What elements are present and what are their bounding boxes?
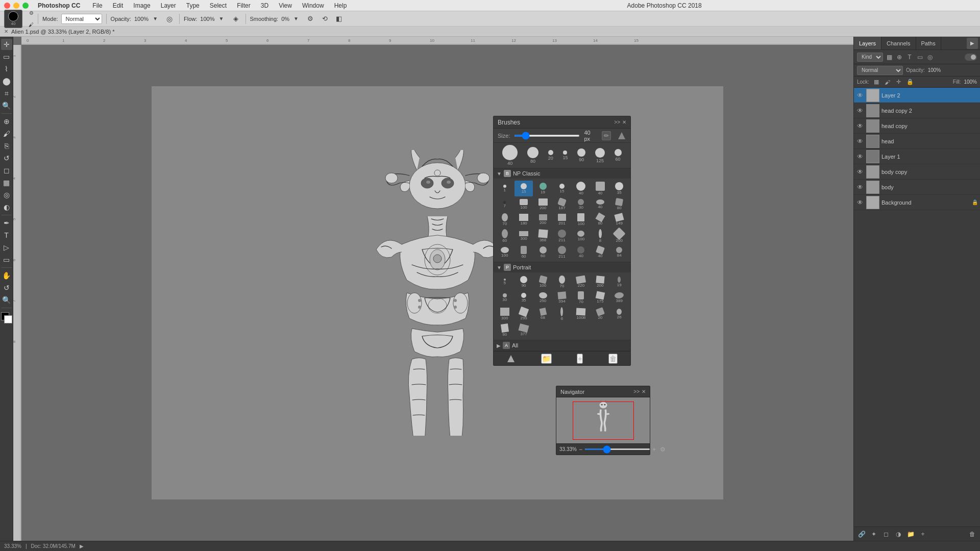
brush-preview-60[interactable]: 60 bbox=[615, 149, 622, 162]
filter-pixel-btn[interactable]: ▩ bbox=[885, 53, 893, 61]
brush-cell[interactable]: 5 bbox=[496, 274, 513, 289]
layer-eye-icon[interactable]: 👁 bbox=[856, 198, 864, 207]
minimize-button[interactable] bbox=[13, 3, 19, 9]
lock-pixel-btn[interactable]: 🖌 bbox=[884, 79, 892, 86]
navigator-menu-btn[interactable]: >> bbox=[633, 389, 640, 394]
menu-help[interactable]: Help bbox=[330, 2, 351, 9]
layer-item-background[interactable]: 👁 Background 🔒 bbox=[854, 195, 980, 210]
background-color[interactable] bbox=[4, 315, 12, 323]
pressure-btn[interactable]: ◧ bbox=[333, 13, 345, 24]
filter-type-btn[interactable]: T bbox=[905, 53, 914, 61]
eyedropper-tool[interactable]: 🔍 bbox=[1, 100, 12, 111]
brush-cell[interactable]: 250 bbox=[534, 290, 552, 305]
layer-eye-icon[interactable]: 👁 bbox=[856, 91, 864, 99]
layer-eye-icon[interactable]: 👁 bbox=[856, 122, 864, 130]
brush-cell[interactable]: 100 bbox=[534, 274, 552, 289]
layer-eye-icon[interactable]: 👁 bbox=[856, 107, 864, 115]
brush-preset-picker[interactable]: ⚙ bbox=[26, 7, 37, 18]
pen-tool[interactable]: ✒ bbox=[1, 217, 12, 229]
np-classic-header[interactable]: ▼ B NP Classic bbox=[494, 168, 630, 179]
brush-cell[interactable]: 394 bbox=[553, 290, 571, 305]
brush-cell[interactable]: 200 bbox=[534, 197, 552, 211]
brush-cell[interactable]: 1008 bbox=[572, 306, 590, 322]
mode-select[interactable]: Normal bbox=[61, 14, 102, 24]
brush-cell[interactable]: 200 bbox=[534, 212, 552, 227]
new-layer-btn[interactable]: + bbox=[918, 530, 927, 539]
delete-layer-btn[interactable]: 🗑 bbox=[968, 530, 977, 539]
brush-cell[interactable]: 68 bbox=[534, 306, 552, 322]
layer-eye-icon[interactable]: 👁 bbox=[856, 168, 864, 176]
brush-cell[interactable]: 40 bbox=[572, 181, 590, 196]
brush-cell[interactable]: 19 bbox=[534, 181, 552, 196]
brush-cell[interactable]: 15 bbox=[553, 181, 571, 196]
delete-brush-btn[interactable]: 🗑 bbox=[608, 354, 618, 364]
smoothing-picker[interactable]: ▼ bbox=[290, 13, 302, 24]
flow-icon[interactable]: ◈ bbox=[230, 13, 241, 24]
portrait-header[interactable]: ▼ P Portrait bbox=[494, 262, 630, 272]
zoom-tool[interactable]: 🔍 bbox=[1, 294, 12, 306]
brush-cell[interactable]: 7 bbox=[496, 197, 513, 211]
navigator-close-btn[interactable]: ✕ bbox=[642, 389, 646, 394]
brush-cell[interactable]: 60 bbox=[534, 245, 552, 260]
layer-item-headcopy[interactable]: 👁 head copy bbox=[854, 118, 980, 134]
brush-cell[interactable]: 60 bbox=[514, 245, 532, 260]
brush-preview-40[interactable]: 40 bbox=[502, 145, 518, 166]
brush-cell[interactable]: 299 bbox=[514, 306, 532, 322]
brush-cell[interactable]: 60 bbox=[496, 228, 513, 244]
brush-cell[interactable]: 300 bbox=[514, 228, 532, 244]
brush-cell[interactable]: 80 bbox=[610, 197, 628, 211]
brush-cell[interactable]: 80 bbox=[591, 212, 609, 227]
brush-tool[interactable]: 🖌 bbox=[1, 128, 12, 139]
brush-cell[interactable]: 100 bbox=[514, 197, 532, 211]
brush-cell[interactable]: 6 bbox=[553, 306, 571, 322]
brush-preview-15[interactable]: 15 bbox=[562, 151, 568, 160]
brush-cell[interactable]: 40 bbox=[591, 245, 609, 260]
lock-all-btn[interactable]: 🔒 bbox=[906, 79, 914, 86]
brush-cell[interactable]: 211 bbox=[553, 245, 571, 260]
menu-select[interactable]: Select bbox=[206, 2, 231, 9]
menu-file[interactable]: File bbox=[88, 2, 106, 9]
marquee-tool[interactable]: ▭ bbox=[1, 51, 12, 62]
menu-image[interactable]: Image bbox=[129, 2, 154, 9]
brushes-close-btn[interactable]: ✕ bbox=[622, 119, 626, 125]
brush-cell[interactable]: 389 bbox=[610, 290, 628, 305]
new-group-btn[interactable]: 📁 bbox=[906, 530, 915, 539]
brush-cell[interactable]: 40 bbox=[572, 245, 590, 260]
nav-settings-icon[interactable]: ⚙ bbox=[660, 446, 666, 453]
brush-cell[interactable]: 70 bbox=[553, 274, 571, 289]
brush-cell[interactable]: 35 bbox=[610, 181, 628, 196]
brush-cell[interactable]: 84 bbox=[610, 245, 628, 260]
menu-window[interactable]: Window bbox=[298, 2, 328, 9]
brush-cell[interactable]: 201 bbox=[553, 212, 571, 227]
close-button[interactable] bbox=[4, 3, 10, 9]
tab-paths[interactable]: Paths bbox=[916, 37, 941, 49]
quick-select-tool[interactable]: ⬤ bbox=[1, 76, 12, 87]
filter-toggle[interactable] bbox=[965, 54, 977, 61]
brush-cell[interactable]: 35 bbox=[514, 290, 532, 305]
brush-cell[interactable]: 377 bbox=[514, 323, 532, 338]
filter-adjust-btn[interactable]: ⊕ bbox=[895, 53, 903, 61]
menu-view[interactable]: View bbox=[275, 2, 296, 9]
nav-zoom-slider[interactable] bbox=[584, 448, 650, 450]
layer-eye-icon[interactable]: 👁 bbox=[856, 183, 864, 191]
status-arrow[interactable]: ▶ bbox=[80, 543, 84, 549]
brush-size-slider[interactable] bbox=[514, 135, 580, 137]
rotate-tool[interactable]: ↺ bbox=[1, 282, 12, 293]
panel-play-button[interactable]: ▶ bbox=[967, 38, 978, 49]
dodge-tool[interactable]: ◐ bbox=[1, 202, 12, 213]
zoom-out-icon[interactable]: − bbox=[579, 446, 582, 453]
layer-item-bodycopy[interactable]: 👁 body copy bbox=[854, 164, 980, 180]
tab-layers[interactable]: Layers bbox=[854, 37, 881, 49]
layer-item-body[interactable]: 👁 body bbox=[854, 180, 980, 195]
brush-cell[interactable]: 149 bbox=[610, 212, 628, 227]
brush-cell[interactable]: 30 bbox=[572, 197, 590, 211]
layer-eye-icon[interactable]: 👁 bbox=[856, 153, 864, 161]
brush-cell[interactable]: 90 bbox=[496, 323, 513, 338]
brush-cell[interactable]: 100 bbox=[496, 245, 513, 260]
brush-cell[interactable]: 368 bbox=[534, 228, 552, 244]
add-style-btn[interactable]: ✦ bbox=[869, 530, 878, 539]
brush-cell[interactable]: 90 bbox=[514, 274, 532, 289]
zoom-in-icon[interactable]: + bbox=[652, 446, 656, 453]
blend-mode-select[interactable]: Normal bbox=[857, 66, 903, 75]
shape-tool[interactable]: ▭ bbox=[1, 254, 12, 265]
